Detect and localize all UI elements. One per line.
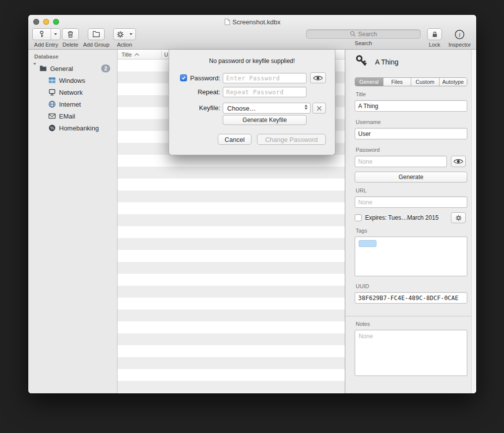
titlebar-toolbar: Screenshot.kdbx Add Entry Delete Add Gro… <box>28 15 476 50</box>
windows-icon <box>48 76 56 84</box>
tab-files[interactable]: Files <box>383 78 412 86</box>
reveal-password-button[interactable] <box>310 72 326 83</box>
envelope-icon <box>48 112 56 120</box>
chevron-down-icon[interactable] <box>126 29 135 40</box>
scrollbar-track[interactable] <box>471 50 476 393</box>
expires-label: Expires: Tues…March 2015 <box>365 214 439 221</box>
app-window: Screenshot.kdbx Add Entry Delete Add Gro… <box>28 15 476 393</box>
inspector-panel: A Thing General Files Custom Autotype Ti… <box>345 50 476 393</box>
info-icon: i <box>454 29 465 40</box>
action-group: Action <box>112 28 137 48</box>
tags-box[interactable] <box>355 237 467 276</box>
sidebar-item-general[interactable]: General 2 <box>28 62 117 74</box>
disclosure-triangle-icon[interactable] <box>33 65 36 72</box>
cancel-button[interactable]: Cancel <box>218 134 252 145</box>
gear-icon <box>114 29 126 40</box>
lock-button[interactable] <box>427 28 442 40</box>
notes-box[interactable]: None <box>355 330 467 376</box>
column-header-username[interactable]: U <box>164 50 168 60</box>
window-title: Screenshot.kdbx <box>28 17 476 26</box>
sidebar-item-label: Windows <box>59 77 85 84</box>
column-divider[interactable] <box>161 51 162 58</box>
sidebar-item-network[interactable]: Network <box>28 86 117 98</box>
sidebar-item-label: Network <box>59 89 83 96</box>
search-icon <box>350 31 356 37</box>
uuid-field[interactable] <box>355 292 467 304</box>
generate-keyfile-button[interactable]: Generate Keyfile <box>223 115 307 125</box>
title-field[interactable] <box>355 100 467 112</box>
group-count-badge: 2 <box>101 64 110 72</box>
sidebar-item-internet[interactable]: Internet <box>28 98 117 110</box>
inspector-label: Inspector <box>448 42 471 48</box>
inspector-button[interactable]: i <box>454 28 465 40</box>
add-entry-group: Add Entry <box>30 28 62 48</box>
inspector-group: i Inspector <box>446 28 473 48</box>
lock-label: Lock <box>429 42 440 48</box>
gear-icon <box>455 215 462 221</box>
inspector-tabs: General Files Custom Autotype <box>355 77 467 86</box>
eye-icon <box>313 75 323 81</box>
action-label: Action <box>117 42 132 48</box>
uuid-label: UUID <box>356 283 369 289</box>
add-group-button[interactable] <box>88 28 105 40</box>
section-divider <box>345 316 476 316</box>
sidebar-item-label: Internet <box>59 101 81 108</box>
add-group-label: Add Group <box>83 42 109 48</box>
change-password-button[interactable]: Change Password <box>257 134 326 145</box>
column-header-username-label: U <box>164 52 168 58</box>
key-icon <box>33 29 51 40</box>
window-title-text: Screenshot.kdbx <box>233 18 281 26</box>
password-field-label: Password <box>356 147 379 153</box>
action-button[interactable] <box>113 28 136 40</box>
username-field[interactable] <box>355 128 467 139</box>
add-group-group: Add Group <box>82 28 111 48</box>
tag-chip[interactable] <box>359 240 377 247</box>
stepper-icon <box>305 105 308 110</box>
sidebar-item-label: General <box>50 65 73 72</box>
sidebar-item-windows[interactable]: Windows <box>28 74 117 86</box>
password-label: Password: <box>169 74 220 82</box>
expires-checkbox[interactable] <box>355 214 362 221</box>
repeat-label: Repeat: <box>169 88 220 96</box>
delete-label: Delete <box>63 42 78 48</box>
password-input[interactable] <box>223 73 307 83</box>
expires-settings-button[interactable] <box>451 212 466 223</box>
password-field[interactable] <box>355 156 447 167</box>
column-header-title[interactable]: Title <box>122 50 139 60</box>
sidebar-item-homebanking[interactable]: % Homebanking <box>28 122 117 134</box>
sort-ascending-icon <box>134 53 139 56</box>
repeat-password-input[interactable] <box>223 87 307 97</box>
sidebar-item-email[interactable]: EMail <box>28 110 117 122</box>
generate-password-button[interactable]: Generate <box>355 172 467 183</box>
svg-text:i: i <box>459 31 461 38</box>
clear-keyfile-button[interactable] <box>313 103 326 114</box>
search-label: Search <box>355 40 372 46</box>
document-icon <box>224 18 230 25</box>
chevron-down-icon[interactable] <box>51 29 60 40</box>
username-field-label: Username <box>356 119 381 125</box>
tags-label: Tags <box>356 228 367 234</box>
keyfile-popup[interactable]: Choose… <box>223 103 311 114</box>
percent-coin-icon: % <box>48 124 56 132</box>
tab-custom[interactable]: Custom <box>411 78 440 86</box>
close-x-icon <box>316 106 322 111</box>
eye-icon <box>453 158 463 165</box>
search-input[interactable]: Search <box>306 29 421 39</box>
tab-autotype[interactable]: Autotype <box>440 78 467 86</box>
sidebar-item-label: EMail <box>59 113 75 120</box>
lock-group: Lock <box>425 28 444 48</box>
delete-button[interactable] <box>62 28 79 40</box>
notes-placeholder: None <box>359 333 373 340</box>
delete-group: Delete <box>61 28 80 48</box>
reveal-password-button[interactable] <box>451 156 466 167</box>
url-field[interactable] <box>355 196 467 208</box>
tab-general[interactable]: General <box>355 78 383 86</box>
lock-icon <box>431 31 439 38</box>
add-entry-button[interactable] <box>32 28 61 40</box>
keyfile-popup-value: Choose… <box>227 105 256 112</box>
search-group: Search Search <box>306 28 421 46</box>
key-icon <box>351 51 372 71</box>
sidebar: Database General 2 Windows Network <box>28 50 118 393</box>
sidebar-section-header: Database <box>34 54 59 60</box>
trash-icon <box>66 30 74 38</box>
